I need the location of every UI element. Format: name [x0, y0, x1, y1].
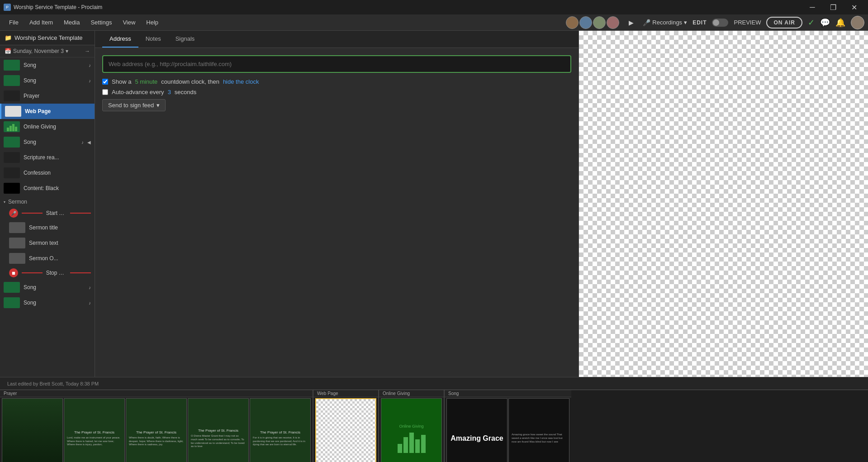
user-avatar[interactable] [851, 16, 864, 29]
url-input[interactable] [104, 57, 569, 71]
tab-notes[interactable]: Notes [138, 31, 168, 48]
window-title: Worship Service Template - Proclaim [14, 4, 102, 10]
amazing-grace-title-text: Amazing Grace [451, 434, 503, 443]
menu-add-item[interactable]: Add Item [24, 17, 58, 28]
song-3-thumb [4, 137, 20, 148]
film-group-webpage: Web Page [313, 390, 378, 462]
menu-help[interactable]: Help [141, 17, 164, 28]
film-item-online-giving[interactable]: Online Giving [381, 398, 442, 462]
webpage-label: Web Page [25, 108, 91, 114]
edit-toggle[interactable] [712, 19, 728, 27]
bar-2 [403, 437, 408, 453]
start-record-line-2 [70, 213, 91, 214]
sidebar-item-online-giving[interactable]: Online Giving [0, 119, 95, 134]
film-item-prayer-4[interactable]: The Prayer of St. Francis For it is in g… [250, 398, 311, 462]
prayer-2-preview: The Prayer of St. Francis Where there is… [126, 399, 186, 462]
nav-arrows[interactable]: → [85, 48, 90, 54]
sidebar-item-song-4[interactable]: Song ♪ [0, 280, 95, 295]
film-item-prayer-2[interactable]: The Prayer of St. Francis Where there is… [126, 398, 187, 462]
prayer-slide-3-title: The Prayer of St. Francis [198, 429, 238, 433]
film-item-prayer-3[interactable]: The Prayer of St. Francis O Divine Maste… [188, 398, 249, 462]
status-bar: Last edited by Brett Scott, Today 8:38 P… [0, 377, 868, 390]
prayer-film-row: The Prayer of St. Francis Lord, make me … [0, 397, 313, 462]
menu-view[interactable]: View [117, 17, 141, 28]
sermon-text-thumb [9, 238, 25, 248]
prayer-slide-2-text: Where there is doubt, faith; Where there… [129, 436, 184, 447]
tabs: Address Notes Signals [95, 31, 579, 48]
stop-record-line-2 [70, 272, 91, 273]
sidebar-item-song-3[interactable]: Song ♪ ◀ [0, 134, 95, 150]
confession-label: Confession [24, 170, 91, 176]
sidebar-item-sermon-other[interactable]: Sermon O... [0, 251, 95, 266]
sidebar-item-song-1[interactable]: Song ♪ [0, 57, 95, 73]
menu-file[interactable]: File [4, 17, 24, 28]
menu-media[interactable]: Media [58, 17, 85, 28]
start-recording-item[interactable]: 🎤 Start Recording [0, 206, 95, 220]
preview-canvas [579, 31, 868, 377]
bar-1 [398, 444, 402, 453]
recordings-button[interactable]: 🎤 Recordings ▾ [643, 19, 687, 26]
status-text: Last edited by Brett Scott, Today 8:38 P… [7, 381, 99, 386]
prayer-slide-4-text: For it is in giving that we receive; It … [253, 436, 308, 447]
close-button[interactable]: ✕ [844, 0, 864, 14]
recordings-dropdown-icon: ▾ [684, 19, 687, 26]
sermon-title-thumb [9, 222, 25, 233]
film-item-amazing-grace-lyrics[interactable]: Amazing grace how sweet the sound That s… [508, 398, 569, 462]
film-group-prayer: Prayer The Prayer of St. Francis Lord, m… [0, 390, 313, 462]
sidebar-date[interactable]: 📅 Sunday, November 3 ▾ → [0, 45, 95, 57]
auto-advance-checkbox[interactable] [102, 89, 108, 95]
amazing-grace-lyrics-preview: Amazing grace how sweet the sound That s… [509, 399, 569, 462]
song-3-label: Song [24, 139, 78, 145]
stop-record-dot: ⏹ [9, 268, 18, 277]
song-group-label: Song [445, 390, 571, 397]
tab-address[interactable]: Address [102, 31, 138, 48]
amazing-grace-lyrics-text: Amazing grace how sweet the sound That s… [512, 433, 566, 443]
song-4-thumb [4, 282, 20, 293]
prayer-thumb [4, 90, 20, 101]
song-1-thumb [4, 60, 20, 71]
sidebar-item-scripture[interactable]: Scripture rea... [0, 150, 95, 165]
restore-button[interactable]: ❐ [823, 0, 844, 14]
bar-chart [398, 430, 426, 453]
stop-record-line [22, 272, 43, 273]
webpage-film-row [313, 397, 378, 462]
sermon-section-header[interactable]: ▾ Sermon [0, 196, 95, 206]
on-air-button[interactable]: ON AIR [766, 17, 802, 29]
song-5-thumb [4, 297, 20, 308]
auto-advance-unit: seconds [175, 89, 196, 95]
sidebar-item-song-5[interactable]: Song ♪ [0, 295, 95, 310]
tab-signals[interactable]: Signals [168, 31, 202, 48]
stop-recording-item[interactable]: ⏹ Stop Recording [0, 266, 95, 280]
sidebar-item-webpage[interactable]: Web Page [0, 104, 95, 119]
send-to-sign-feed-button[interactable]: Send to sign feed ▾ [102, 99, 166, 111]
countdown-checkbox[interactable] [102, 79, 108, 85]
window-controls[interactable]: ─ ❐ ✕ [802, 0, 864, 14]
scripture-thumb [4, 152, 20, 163]
avatar-1 [566, 16, 579, 29]
play-button[interactable]: ▶ [625, 16, 637, 29]
hide-clock-link[interactable]: hide the clock [223, 78, 259, 85]
sidebar-item-content-black[interactable]: Content: Black [0, 181, 95, 196]
film-item-webpage[interactable] [315, 398, 376, 462]
sidebar-item-song-2[interactable]: Song ♪ [0, 73, 95, 88]
bar-4 [415, 439, 420, 453]
film-item-prayer-dark[interactable] [2, 398, 63, 462]
countdown-minutes: 5 minute [135, 78, 157, 85]
film-item-amazing-grace-title[interactable]: Amazing Grace [446, 398, 508, 462]
recordings-label: Recordings [652, 19, 682, 26]
prayer-dark-preview [2, 399, 62, 462]
minimize-button[interactable]: ─ [802, 0, 823, 14]
tab-content-address: Show a 5 minute countdown clock, then hi… [95, 48, 579, 377]
filmstrip: Prayer The Prayer of St. Francis Lord, m… [0, 390, 868, 462]
auto-advance-row: Auto-advance every 3 seconds [102, 89, 571, 95]
sidebar-item-sermon-title[interactable]: Sermon title [0, 220, 95, 235]
sidebar-item-confession[interactable]: Confession [0, 165, 95, 181]
menu-settings[interactable]: Settings [85, 17, 117, 28]
send-sign-label: Send to sign feed [108, 102, 154, 109]
sidebar-item-prayer[interactable]: Prayer [0, 88, 95, 104]
film-item-prayer-1[interactable]: The Prayer of St. Francis Lord, make me … [64, 398, 125, 462]
preview-button[interactable]: PREVIEW [734, 19, 761, 26]
sidebar-item-sermon-text[interactable]: Sermon text [0, 235, 95, 251]
bar-5 [421, 435, 426, 453]
countdown-row: Show a 5 minute countdown clock, then hi… [102, 78, 571, 85]
